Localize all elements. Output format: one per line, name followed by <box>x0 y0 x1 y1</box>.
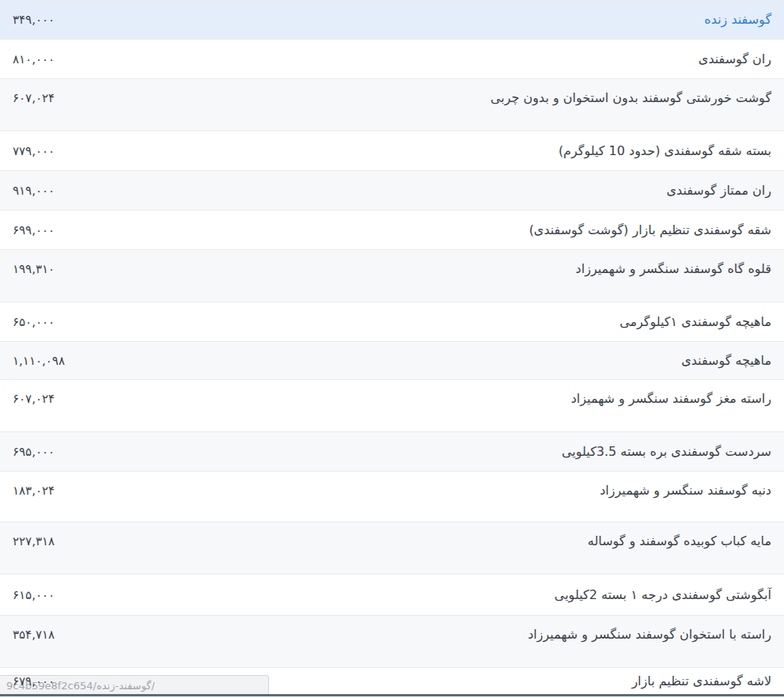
bottom-divider <box>0 694 784 696</box>
product-price: ۶۰۷,۰۲۴ <box>13 89 55 107</box>
table-row: قلوه گاه گوسفند سنگسر و شهمیرزاد ۱۹۹,۳۱۰ <box>0 250 784 302</box>
product-name[interactable]: سردست گوسفندی بره بسته 3.5کیلویی <box>562 443 771 461</box>
product-name[interactable]: ران ممتاز گوسفندی <box>667 182 771 199</box>
product-price: ۳۵۴,۷۱۸ <box>13 626 55 643</box>
table-row: گوسفند زنده ۳۴۹,۰۰۰ <box>0 1 784 40</box>
table-row: سردست گوسفندی بره بسته 3.5کیلویی ۶۹۵,۰۰۰ <box>0 432 784 472</box>
product-price: ۸۱۰,۰۰۰ <box>13 51 55 68</box>
product-price: ۶۹۹,۰۰۰ <box>13 222 55 239</box>
product-price: ۲۲۷,۳۱۸ <box>13 533 55 550</box>
product-name[interactable]: شقه گوسفندی تنظیم بازار (گوشت گوسفندی) <box>529 222 771 239</box>
product-price: ۹۱۹,۰۰۰ <box>13 182 55 199</box>
product-price: ۱,۱۱۰,۰۹۸ <box>13 352 65 370</box>
table-row: راسته مغز گوسفند سنگسر و شهمیزاد ۶۰۷,۰۲۴ <box>0 380 784 432</box>
product-name[interactable]: آبگوشتی گوسفندی درجه ۱ بسته 2کیلویی <box>555 586 771 604</box>
table-row: ران گوسفندی ۸۱۰,۰۰۰ <box>0 40 784 79</box>
table-row: مایه کباب کوبیده گوسفند و گوساله ۲۲۷,۳۱۸ <box>0 522 784 575</box>
product-name[interactable]: لاشه گوسفندی تنظیم بازار <box>631 673 771 690</box>
product-price: ۱۸۳,۰۲۴ <box>13 482 55 499</box>
table-row: گوشت خورشتی گوسفند بدون استخوان و بدون چ… <box>0 79 784 131</box>
product-name[interactable]: ران گوسفندی <box>699 51 771 68</box>
product-name[interactable]: گوشت خورشتی گوسفند بدون استخوان و بدون چ… <box>490 89 771 107</box>
product-price: ۷۷۹,۰۰۰ <box>13 142 55 160</box>
table-row: ماهیچه گوسفندی ۱کیلوگرمی ۶۵۰,۰۰۰ <box>0 302 784 342</box>
product-name[interactable]: راسته مغز گوسفند سنگسر و شهمیزاد <box>571 390 771 408</box>
product-price: ۳۴۹,۰۰۰ <box>13 11 55 28</box>
table-row: ران ممتاز گوسفندی ۹۱۹,۰۰۰ <box>0 171 784 211</box>
table-row: راسته با استخوان گوسفند سنگسر و شهمیرزاد… <box>0 616 784 668</box>
product-price: ۶۷۹,۰۰۰ <box>13 673 55 690</box>
table-row: دنبه گوسفند سنگسر و شهمیرزاد ۱۸۳,۰۲۴ <box>0 472 784 522</box>
product-name[interactable]: قلوه گاه گوسفند سنگسر و شهمیرزاد <box>576 260 771 278</box>
table-row: آبگوشتی گوسفندی درجه ۱ بسته 2کیلویی ۶۱۵,… <box>0 575 784 616</box>
price-table: گوسفند زنده ۳۴۹,۰۰۰ ران گوسفندی ۸۱۰,۰۰۰ … <box>0 0 784 695</box>
product-name[interactable]: مایه کباب کوبیده گوسفند و گوساله <box>588 533 771 550</box>
table-row: شقه گوسفندی تنظیم بازار (گوشت گوسفندی) ۶… <box>0 211 784 250</box>
product-name[interactable]: ماهیچه گوسفندی ۱کیلوگرمی <box>619 313 771 331</box>
product-price: ۶۵۰,۰۰۰ <box>13 313 55 331</box>
product-price: ۶۹۵,۰۰۰ <box>13 443 55 461</box>
table-row: ماهیچه گوسفندی ۱,۱۱۰,۰۹۸ <box>0 342 784 380</box>
product-name[interactable]: بسته شقه گوسفندی (حدود 10 کیلوگرم) <box>559 142 771 160</box>
product-name[interactable]: راسته با استخوان گوسفند سنگسر و شهمیرزاد <box>528 626 771 643</box>
table-row: بسته شقه گوسفندی (حدود 10 کیلوگرم) ۷۷۹,۰… <box>0 131 784 171</box>
product-price: ۱۹۹,۳۱۰ <box>13 260 55 278</box>
product-name[interactable]: گوسفند زنده <box>704 11 771 28</box>
product-name[interactable]: دنبه گوسفند سنگسر و شهمیرزاد <box>600 482 771 499</box>
product-name[interactable]: ماهیچه گوسفندی <box>681 352 771 370</box>
product-price: ۶۰۷,۰۲۴ <box>13 390 55 408</box>
product-price: ۶۱۵,۰۰۰ <box>13 586 55 604</box>
